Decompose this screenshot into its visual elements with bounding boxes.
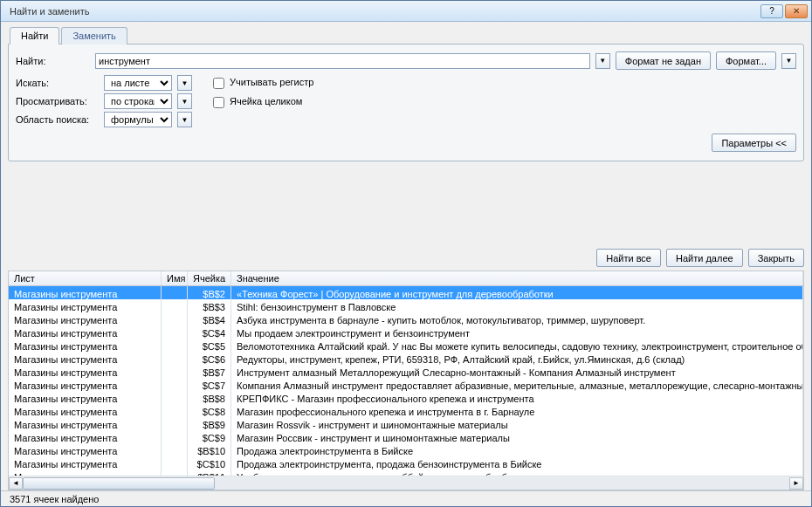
row-value: Мы продаем электроинструмент и бензоинст… bbox=[231, 325, 803, 339]
row-value: Удобные инструменты — станки и хоббийная… bbox=[231, 469, 803, 476]
row-name bbox=[162, 365, 188, 378]
row-sheet: Магазины инструмента bbox=[9, 339, 162, 352]
row-sheet: Магазины инструмента bbox=[9, 378, 162, 391]
window-close-button[interactable]: ✕ bbox=[785, 4, 808, 18]
col-value[interactable]: Значение bbox=[231, 271, 803, 285]
match-case-checkbox[interactable] bbox=[213, 78, 224, 89]
format-menu-dropdown[interactable]: ▼ bbox=[781, 53, 796, 69]
row-cell: $B$3 bbox=[188, 299, 231, 312]
find-all-button[interactable]: Найти все bbox=[596, 249, 661, 267]
row-value: «Техника Форест» | Оборудование и инстру… bbox=[231, 286, 803, 299]
row-cell: $B$7 bbox=[188, 365, 231, 378]
row-cell: $B$8 bbox=[188, 391, 231, 404]
col-sheet[interactable]: Лист bbox=[9, 271, 162, 285]
parameters-toggle-button[interactable]: Параметры << bbox=[712, 134, 796, 152]
help-button[interactable]: ? bbox=[760, 4, 783, 18]
row-value: Компания Алмазный инструмент предоставля… bbox=[231, 378, 803, 391]
row-sheet: Магазины инструмента bbox=[9, 299, 162, 312]
table-row[interactable]: Магазины инструмента$B$9Магазин Rossvik … bbox=[9, 417, 803, 430]
whole-cell-checkbox[interactable] bbox=[213, 97, 224, 108]
row-cell: $C$4 bbox=[188, 325, 231, 339]
close-button[interactable]: Закрыть bbox=[748, 249, 804, 267]
table-row[interactable]: Магазины инструмента$B$3Stihl: бензоинст… bbox=[9, 299, 803, 312]
row-value: Продажа электроинструмента в Бийске bbox=[231, 443, 803, 456]
table-row[interactable]: Магазины инструмента$C$8Магазин професси… bbox=[9, 404, 803, 417]
row-sheet: Магазины инструмента bbox=[9, 365, 162, 378]
row-sheet: Магазины инструмента bbox=[9, 443, 162, 456]
row-name bbox=[162, 286, 188, 299]
row-value: Продажа электроинструмента, продажа бенз… bbox=[231, 456, 803, 469]
table-row[interactable]: Магазины инструмента$B$11Удобные инструм… bbox=[9, 469, 803, 476]
format-menu-button[interactable]: Формат... bbox=[716, 51, 776, 70]
row-sheet: Магазины инструмента bbox=[9, 312, 162, 325]
row-cell: $B$9 bbox=[188, 417, 231, 430]
table-row[interactable]: Магазины инструмента$C$10Продажа электро… bbox=[9, 456, 803, 469]
table-row[interactable]: Магазины инструмента$C$9Магазин Россвик … bbox=[9, 430, 803, 443]
tab-replace[interactable]: Заменить bbox=[61, 27, 127, 45]
find-input[interactable] bbox=[95, 53, 590, 69]
row-cell: $B$11 bbox=[188, 469, 231, 476]
row-value: Магазин Rossvik - инструмент и шиномонта… bbox=[231, 417, 803, 430]
row-value: Веломототехника Алтайский край. У нас Вы… bbox=[231, 339, 803, 352]
area-select[interactable]: формулы bbox=[104, 112, 172, 127]
find-replace-dialog: Найти и заменить ? ✕ Найти Заменить Найт… bbox=[0, 0, 812, 507]
format-not-set-button[interactable]: Формат не задан bbox=[616, 51, 711, 70]
row-name bbox=[162, 299, 188, 312]
row-name bbox=[162, 378, 188, 391]
table-row[interactable]: Магазины инструмента$C$6Редукторы, инстр… bbox=[9, 352, 803, 365]
results-table: Лист Имя Ячейка Значение Магазины инстру… bbox=[8, 271, 804, 490]
row-cell: $C$5 bbox=[188, 339, 231, 352]
direction-dropdown-arrow[interactable]: ▼ bbox=[177, 93, 192, 109]
row-sheet: Магазины инструмента bbox=[9, 430, 162, 443]
row-cell: $C$6 bbox=[188, 352, 231, 365]
row-value: Азбука инструмента в барнауле - купить м… bbox=[231, 312, 803, 325]
row-name bbox=[162, 456, 188, 469]
row-name bbox=[162, 339, 188, 352]
table-row[interactable]: Магазины инструмента$B$8КРЕПФИКС - Магаз… bbox=[9, 391, 803, 404]
scope-select[interactable]: на листе bbox=[104, 75, 172, 91]
row-sheet: Магазины инструмента bbox=[9, 456, 162, 469]
row-sheet: Магазины инструмента bbox=[9, 469, 162, 476]
titlebar: Найти и заменить ? ✕ bbox=[1, 1, 811, 22]
row-value: Редукторы, инструмент, крепеж, РТИ, 6593… bbox=[231, 352, 803, 365]
row-value: Магазин Россвик - инструмент и шиномонта… bbox=[231, 430, 803, 443]
whole-cell-option[interactable]: Ячейка целиком bbox=[210, 94, 313, 111]
col-cell[interactable]: Ячейка bbox=[188, 271, 231, 285]
find-history-dropdown[interactable]: ▼ bbox=[595, 53, 610, 69]
table-row[interactable]: Магазины инструмента$C$4Мы продаем элект… bbox=[9, 325, 803, 339]
direction-select[interactable]: по строкам bbox=[104, 93, 172, 109]
table-row[interactable]: Магазины инструмента$C$5Веломототехника … bbox=[9, 339, 803, 352]
scope-dropdown-arrow[interactable]: ▼ bbox=[177, 75, 192, 91]
row-value: Stihl: бензоинструмент в Павловске bbox=[231, 299, 803, 312]
row-sheet: Магазины инструмента bbox=[9, 391, 162, 404]
scroll-thumb[interactable] bbox=[23, 477, 215, 490]
row-cell: $C$8 bbox=[188, 404, 231, 417]
table-row[interactable]: Магазины инструмента$B$2«Техника Форест»… bbox=[9, 286, 803, 299]
tab-find[interactable]: Найти bbox=[10, 27, 59, 45]
find-label: Найти: bbox=[16, 56, 90, 66]
row-cell: $B$4 bbox=[188, 312, 231, 325]
row-sheet: Магазины инструмента bbox=[9, 325, 162, 339]
row-sheet: Магазины инструмента bbox=[9, 417, 162, 430]
row-sheet: Магазины инструмента bbox=[9, 404, 162, 417]
match-case-option[interactable]: Учитывать регистр bbox=[210, 75, 313, 92]
row-name bbox=[162, 443, 188, 456]
horizontal-scrollbar[interactable]: ◄ ► bbox=[9, 476, 803, 490]
row-value: Магазин профессионального крепежа и инст… bbox=[231, 404, 803, 417]
scroll-left-arrow[interactable]: ◄ bbox=[9, 477, 23, 490]
row-name bbox=[162, 469, 188, 476]
row-value: Инструмент алмазный Металлорежущий Слеса… bbox=[231, 365, 803, 378]
row-name bbox=[162, 352, 188, 365]
table-row[interactable]: Магазины инструмента$C$7Компания Алмазны… bbox=[9, 378, 803, 391]
find-next-button[interactable]: Найти далее bbox=[666, 249, 743, 267]
area-dropdown-arrow[interactable]: ▼ bbox=[177, 112, 192, 127]
table-row[interactable]: Магазины инструмента$B$10Продажа электро… bbox=[9, 443, 803, 456]
table-row[interactable]: Магазины инструмента$B$4Азбука инструмен… bbox=[9, 312, 803, 325]
table-row[interactable]: Магазины инструмента$B$7Инструмент алмаз… bbox=[9, 365, 803, 378]
col-name[interactable]: Имя bbox=[162, 271, 188, 285]
scroll-right-arrow[interactable]: ► bbox=[789, 477, 803, 490]
row-name bbox=[162, 312, 188, 325]
row-name bbox=[162, 417, 188, 430]
results-header: Лист Имя Ячейка Значение bbox=[9, 271, 803, 286]
status-bar: 3571 ячеек найдено bbox=[1, 490, 811, 506]
